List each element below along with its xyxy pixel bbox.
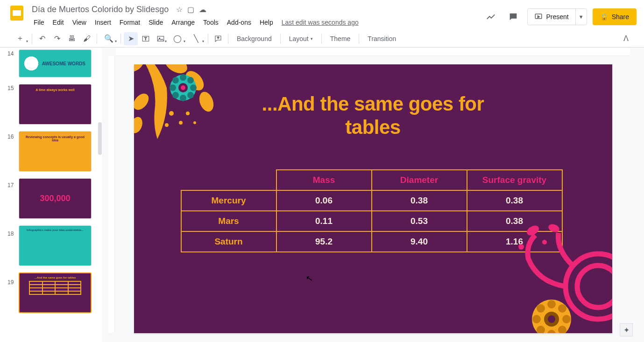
menu-edit[interactable]: Edit xyxy=(49,17,68,28)
ornament-bottom-right xyxy=(500,221,612,333)
layout-button[interactable]: Layout▾ xyxy=(283,35,318,42)
svg-text:T: T xyxy=(144,36,147,41)
paint-format-button[interactable]: 🖌 xyxy=(80,32,94,45)
separator xyxy=(208,34,208,44)
cloud-icon[interactable]: ☁ xyxy=(199,5,206,14)
table-cell[interactable]: 0.38 xyxy=(372,190,467,211)
table-cell[interactable]: 95.2 xyxy=(276,231,372,252)
undo-button[interactable]: ↶ xyxy=(35,32,49,45)
svg-point-32 xyxy=(577,265,612,307)
separator xyxy=(359,34,359,44)
textbox-tool[interactable]: T xyxy=(139,32,153,45)
svg-point-26 xyxy=(172,92,179,98)
row-header[interactable]: Mars xyxy=(181,211,276,231)
svg-point-21 xyxy=(180,74,186,81)
document-title[interactable]: Día de Muertos Colorido by Slidesgo xyxy=(30,4,170,15)
thumb-title: ...And the same goes for tables xyxy=(35,276,76,279)
filmstrip[interactable]: 14 AWESOME WORDS 15 A time always works … xyxy=(0,48,102,342)
svg-point-13 xyxy=(134,91,152,112)
share-label: Share xyxy=(612,13,629,21)
slide-number: 14 xyxy=(7,50,14,57)
svg-point-17 xyxy=(165,123,169,127)
transition-button[interactable]: Transition xyxy=(362,35,402,42)
slide-thumbnail-19[interactable]: ...And the same goes for tables xyxy=(19,272,92,313)
table-cell[interactable]: 0.11 xyxy=(276,211,372,231)
row-header[interactable]: Mercury xyxy=(181,190,276,211)
background-button[interactable]: Background xyxy=(231,35,277,42)
slide-thumbnail-16[interactable]: Reviewing concepts is usually a good ide… xyxy=(19,131,92,172)
table-header[interactable]: Surface gravity xyxy=(467,170,562,190)
move-icon[interactable]: ▢ xyxy=(187,5,194,14)
svg-point-12 xyxy=(197,90,216,114)
menu-help[interactable]: Help xyxy=(256,17,277,28)
table-cell[interactable]: 9.40 xyxy=(372,231,467,252)
separator xyxy=(321,34,322,44)
star-icon[interactable]: ☆ xyxy=(176,5,183,14)
present-label: Present xyxy=(546,13,569,21)
table-corner xyxy=(181,170,276,190)
activity-icon[interactable] xyxy=(482,8,499,25)
separator xyxy=(32,34,32,44)
svg-point-25 xyxy=(180,95,186,101)
table-cell[interactable]: 0.53 xyxy=(372,211,467,231)
menu-file[interactable]: File xyxy=(30,17,48,28)
table-cell[interactable]: 0.38 xyxy=(467,190,562,211)
theme-button[interactable]: Theme xyxy=(325,35,356,42)
select-tool[interactable]: ➤ xyxy=(124,32,138,45)
zoom-button[interactable]: 🔍▾ xyxy=(100,32,118,45)
share-button[interactable]: 🔒 Share xyxy=(593,8,637,25)
svg-point-34 xyxy=(547,223,560,233)
slide-thumbnail-17[interactable]: 300,000 xyxy=(19,178,92,219)
thumb-title: AWESOME WORDS xyxy=(42,61,85,66)
menubar: File Edit View Insert Format Slide Arran… xyxy=(30,17,482,28)
print-button[interactable]: 🖶 xyxy=(65,32,79,45)
svg-point-24 xyxy=(187,92,194,98)
slide-thumbnail-15[interactable]: A time always works well xyxy=(19,84,92,125)
present-dropdown[interactable]: ▼ xyxy=(576,14,587,20)
thumb-title: Infographics make your idea understable.… xyxy=(27,229,84,231)
table-header[interactable]: Diameter xyxy=(372,170,467,190)
canvas[interactable]: ...And the same goes for tables Mass Dia… xyxy=(102,48,644,342)
svg-point-18 xyxy=(186,112,190,115)
slide-thumbnail-18[interactable]: Infographics make your idea understable.… xyxy=(19,225,92,266)
table-cell[interactable]: 0.06 xyxy=(276,190,372,211)
slide-title[interactable]: ...And the same goes for tables xyxy=(233,92,513,140)
comments-icon[interactable] xyxy=(505,8,522,25)
menu-slide[interactable]: Slide xyxy=(145,17,167,28)
explore-button[interactable]: ✦ xyxy=(620,323,633,336)
ornament-top-left xyxy=(134,64,246,162)
slide[interactable]: ...And the same goes for tables Mass Dia… xyxy=(134,64,612,333)
svg-point-8 xyxy=(134,64,146,75)
new-slide-button[interactable]: ＋▾ xyxy=(11,32,29,45)
svg-point-14 xyxy=(134,115,144,135)
slide-number: 17 xyxy=(7,182,14,188)
svg-point-23 xyxy=(190,84,197,91)
thumb-title: Reviewing concepts is usually a good ide… xyxy=(23,135,87,142)
row-header[interactable]: Saturn xyxy=(181,231,276,252)
menu-arrange[interactable]: Arrange xyxy=(168,17,198,28)
menu-format[interactable]: Format xyxy=(116,17,144,28)
slide-thumbnail-14[interactable]: AWESOME WORDS xyxy=(19,49,92,77)
shape-tool[interactable]: ◯▾ xyxy=(169,32,186,45)
scrollbar[interactable] xyxy=(98,122,102,155)
menu-tools[interactable]: Tools xyxy=(199,17,222,28)
svg-point-45 xyxy=(537,304,545,313)
svg-point-38 xyxy=(547,300,556,308)
present-button[interactable]: Present xyxy=(528,9,576,25)
slides-logo[interactable] xyxy=(7,4,26,22)
table-row[interactable]: Mercury 0.06 0.38 0.38 xyxy=(181,190,562,211)
collapse-toolbar-icon[interactable]: ᐱ xyxy=(619,32,633,45)
svg-point-36 xyxy=(542,240,547,244)
table-header[interactable]: Mass xyxy=(276,170,372,190)
last-edit-link[interactable]: Last edit was seconds ago xyxy=(280,17,361,28)
menu-view[interactable]: View xyxy=(69,17,90,28)
menu-addons[interactable]: Add-ons xyxy=(223,17,255,28)
comment-tool[interactable]: + xyxy=(211,32,225,45)
line-tool[interactable]: ╲▾ xyxy=(187,32,205,45)
menu-insert[interactable]: Insert xyxy=(91,17,115,28)
image-tool[interactable]: ▾ xyxy=(154,32,168,45)
separator xyxy=(228,34,228,44)
redo-button[interactable]: ↷ xyxy=(50,32,64,45)
svg-point-22 xyxy=(187,77,194,84)
svg-point-39 xyxy=(558,304,566,313)
